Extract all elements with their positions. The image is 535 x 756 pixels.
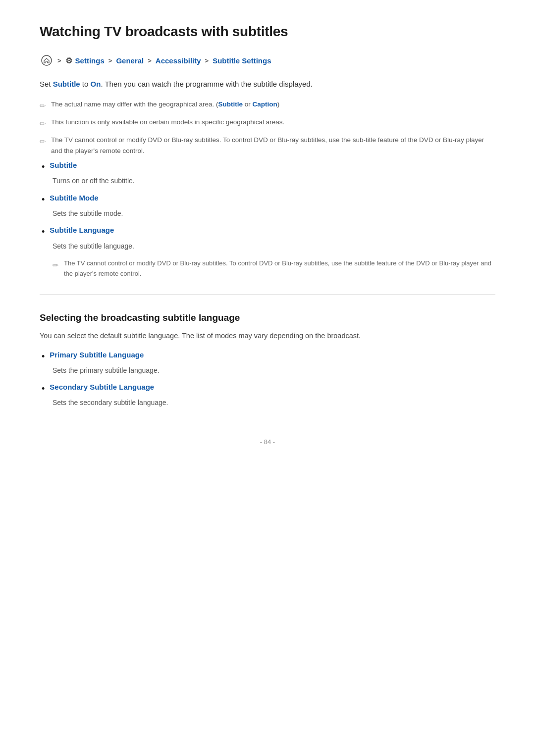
bullet-dot-5: •: [42, 383, 45, 395]
pencil-icon-subnote: ✏: [53, 259, 59, 271]
note-text-3: The TV cannot control or modify DVD or B…: [51, 135, 495, 156]
subnote-text: The TV cannot control or modify DVD or B…: [64, 258, 495, 279]
breadcrumb-sep4: >: [205, 57, 209, 64]
intro-post: . Then you can watch the programme with …: [101, 80, 312, 88]
intro-mid: to: [80, 80, 91, 88]
subtitle-label: Subtitle: [50, 161, 77, 169]
subtitle-language-subnote: ✏ The TV cannot control or modify DVD or…: [53, 258, 495, 279]
breadcrumb-sep3: >: [148, 57, 152, 64]
pencil-icon-2: ✏: [40, 118, 46, 130]
breadcrumb: > ⚙ Settings > General > Accessibility >…: [40, 53, 495, 67]
bullet-dot-2: •: [42, 194, 45, 206]
bullet-subtitle-mode: • Subtitle Mode: [42, 194, 495, 206]
page-number: - 84 -: [40, 438, 495, 446]
subtitle-mode-desc: Sets the subtitle mode.: [53, 208, 495, 219]
bullet-dot-4: •: [42, 351, 45, 363]
breadcrumb-sep1: >: [57, 57, 61, 64]
note-item-1: ✏ The actual name may differ with the ge…: [40, 99, 495, 112]
breadcrumb-accessibility: Accessibility: [156, 56, 201, 65]
intro-on-link: On: [91, 80, 101, 88]
note-item-3: ✏ The TV cannot control or modify DVD or…: [40, 135, 495, 156]
note1-link1: Subtitle: [218, 101, 243, 108]
home-icon: [40, 53, 54, 67]
breadcrumb-settings: Settings: [75, 56, 105, 65]
subtitle-language-desc: Sets the subtitle language.: [53, 241, 495, 252]
bullet-primary-subtitle: • Primary Subtitle Language: [42, 351, 495, 363]
note1-link2: Caption: [252, 101, 277, 108]
note-text-2: This function is only available on certa…: [51, 117, 284, 128]
intro-text: Set Subtitle to On. Then you can watch t…: [40, 78, 495, 90]
intro-pre: Set: [40, 80, 53, 88]
breadcrumb-subtitle-settings: Subtitle Settings: [213, 56, 271, 65]
bullet-dot-1: •: [42, 161, 45, 173]
settings-icon: ⚙: [65, 56, 72, 65]
note-item-2: ✏ This function is only available on cer…: [40, 117, 495, 130]
bullet-subtitle-language: • Subtitle Language: [42, 226, 495, 238]
subtitle-desc: Turns on or off the subtitle.: [53, 175, 495, 186]
breadcrumb-general: General: [116, 56, 144, 65]
bullet-subtitle: • Subtitle: [42, 161, 495, 173]
subtitle-mode-label: Subtitle Mode: [50, 194, 98, 202]
bullet-dot-3: •: [42, 226, 45, 238]
pencil-icon-1: ✏: [40, 100, 46, 112]
page-title: Watching TV broadcasts with subtitles: [40, 24, 495, 40]
breadcrumb-sep2: >: [108, 57, 112, 64]
pencil-icon-3: ✏: [40, 136, 46, 148]
section-divider: [40, 294, 495, 295]
notes-list: ✏ The actual name may differ with the ge…: [40, 99, 495, 156]
bullet-secondary-subtitle: • Secondary Subtitle Language: [42, 383, 495, 395]
note-text-1: The actual name may differ with the geog…: [51, 99, 279, 110]
section2-heading: Selecting the broadcasting subtitle lang…: [40, 312, 495, 323]
primary-subtitle-desc: Sets the primary subtitle language.: [53, 365, 495, 376]
svg-point-0: [42, 55, 52, 65]
bullet-section: • Subtitle Turns on or off the subtitle.…: [40, 161, 495, 279]
secondary-subtitle-label: Secondary Subtitle Language: [50, 383, 154, 391]
secondary-subtitle-desc: Sets the secondary subtitle language.: [53, 397, 495, 408]
section2-intro: You can select the default subtitle lang…: [40, 330, 495, 342]
primary-subtitle-label: Primary Subtitle Language: [50, 351, 144, 359]
subtitle-language-label: Subtitle Language: [50, 226, 114, 234]
section2-bullet-section: • Primary Subtitle Language Sets the pri…: [40, 351, 495, 408]
intro-subtitle-link: Subtitle: [53, 80, 80, 88]
